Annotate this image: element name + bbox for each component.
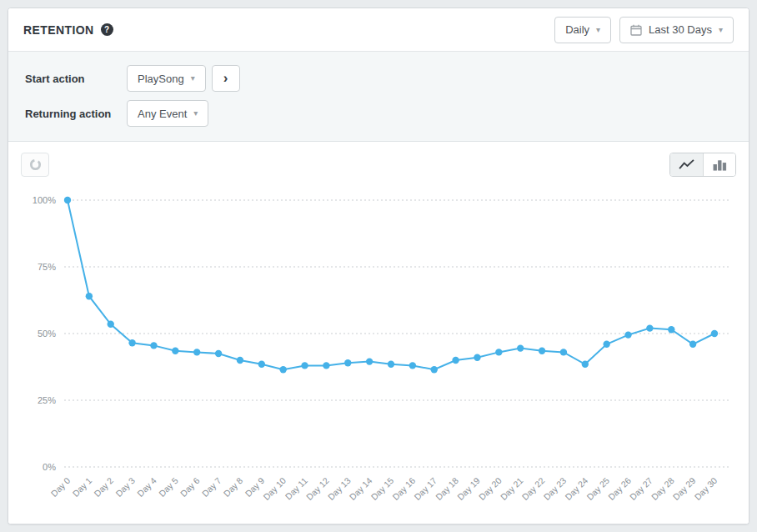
retention-line-chart[interactable]: 0%25%50%75%100%Day 0Day 1Day 2Day 3Day 4…: [16, 178, 743, 517]
svg-text:Day 22: Day 22: [519, 475, 546, 502]
svg-text:Day 3: Day 3: [113, 475, 137, 499]
bar-chart-toggle[interactable]: [703, 153, 735, 176]
chart-type-toggle: [669, 153, 736, 177]
svg-text:75%: 75%: [38, 262, 56, 272]
returning-action-dropdown[interactable]: Any Event ▾: [127, 100, 208, 127]
svg-text:Day 19: Day 19: [455, 475, 482, 502]
svg-text:Day 26: Day 26: [606, 475, 633, 502]
chart-toolbar: [8, 142, 749, 178]
chart-options-button[interactable]: [21, 153, 49, 177]
svg-text:Day 15: Day 15: [368, 475, 395, 502]
page: RETENTION ? Daily ▾: [0, 0, 757, 532]
page-title: RETENTION: [23, 23, 94, 37]
svg-text:100%: 100%: [33, 195, 56, 205]
svg-text:Day 23: Day 23: [541, 475, 568, 502]
chevron-down-icon: ▾: [719, 26, 723, 34]
svg-text:Day 25: Day 25: [584, 475, 611, 502]
svg-text:Day 20: Day 20: [477, 475, 504, 502]
returning-action-value: Any Event: [138, 108, 187, 120]
svg-text:Day 28: Day 28: [649, 475, 676, 502]
start-action-value: PlaySong: [138, 73, 184, 85]
retention-controls: Start action PlaySong ▾ › Returning acti…: [8, 52, 749, 142]
chevron-right-icon: ›: [223, 70, 228, 87]
chevron-down-icon: ▾: [596, 26, 600, 34]
svg-text:Day 14: Day 14: [348, 475, 374, 502]
svg-text:Day 1: Day 1: [70, 475, 93, 499]
header-left: RETENTION ?: [23, 23, 113, 37]
line-chart-icon: [679, 158, 694, 171]
svg-text:Day 0: Day 0: [49, 475, 73, 499]
date-range-dropdown[interactable]: Last 30 Days ▾: [619, 17, 734, 43]
svg-text:Day 13: Day 13: [326, 475, 353, 502]
donut-chart-icon: [29, 158, 42, 171]
svg-text:Day 21: Day 21: [499, 475, 525, 502]
svg-text:Day 5: Day 5: [157, 475, 180, 499]
returning-action-label: Returning action: [25, 108, 127, 120]
chart-section: 0%25%50%75%100%Day 0Day 1Day 2Day 3Day 4…: [8, 142, 749, 524]
svg-text:Day 7: Day 7: [200, 475, 223, 499]
svg-text:25%: 25%: [38, 395, 56, 405]
svg-text:Day 6: Day 6: [178, 475, 202, 499]
granularity-value: Daily: [565, 23, 589, 36]
calendar-icon: [630, 24, 642, 36]
svg-text:Day 4: Day 4: [135, 475, 158, 499]
returning-action-row: Returning action Any Event ▾: [25, 100, 732, 127]
svg-text:50%: 50%: [38, 329, 56, 339]
chevron-down-icon: ▾: [191, 74, 195, 83]
chart-wrap: 0%25%50%75%100%Day 0Day 1Day 2Day 3Day 4…: [8, 178, 749, 517]
svg-text:0%: 0%: [43, 462, 56, 472]
start-action-label: Start action: [25, 73, 127, 85]
expand-button[interactable]: ›: [212, 65, 240, 92]
retention-panel: RETENTION ? Daily ▾: [8, 8, 749, 524]
svg-text:Day 2: Day 2: [92, 475, 115, 499]
svg-text:Day 24: Day 24: [563, 475, 589, 502]
svg-text:Day 10: Day 10: [261, 475, 288, 502]
granularity-dropdown[interactable]: Daily ▾: [554, 17, 611, 43]
svg-text:Day 29: Day 29: [671, 475, 698, 502]
help-icon[interactable]: ?: [101, 23, 113, 36]
svg-text:Day 16: Day 16: [390, 475, 417, 502]
start-action-dropdown[interactable]: PlaySong ▾: [127, 65, 206, 92]
header-right: Daily ▾ Last 30 Days ▾: [554, 17, 734, 43]
bar-chart-icon: [713, 158, 727, 171]
chevron-down-icon: ▾: [193, 109, 198, 118]
svg-text:Day 30: Day 30: [692, 475, 719, 502]
svg-text:Day 18: Day 18: [434, 475, 460, 502]
start-action-row: Start action PlaySong ▾ ›: [25, 65, 732, 92]
svg-text:Day 17: Day 17: [412, 475, 439, 502]
date-range-value: Last 30 Days: [649, 23, 712, 36]
header: RETENTION ? Daily ▾: [8, 8, 749, 52]
svg-text:Day 11: Day 11: [283, 475, 309, 502]
line-chart-toggle[interactable]: [670, 153, 703, 176]
svg-text:Day 8: Day 8: [221, 475, 244, 499]
svg-text:Day 12: Day 12: [304, 475, 331, 502]
svg-text:Day 27: Day 27: [628, 475, 654, 502]
